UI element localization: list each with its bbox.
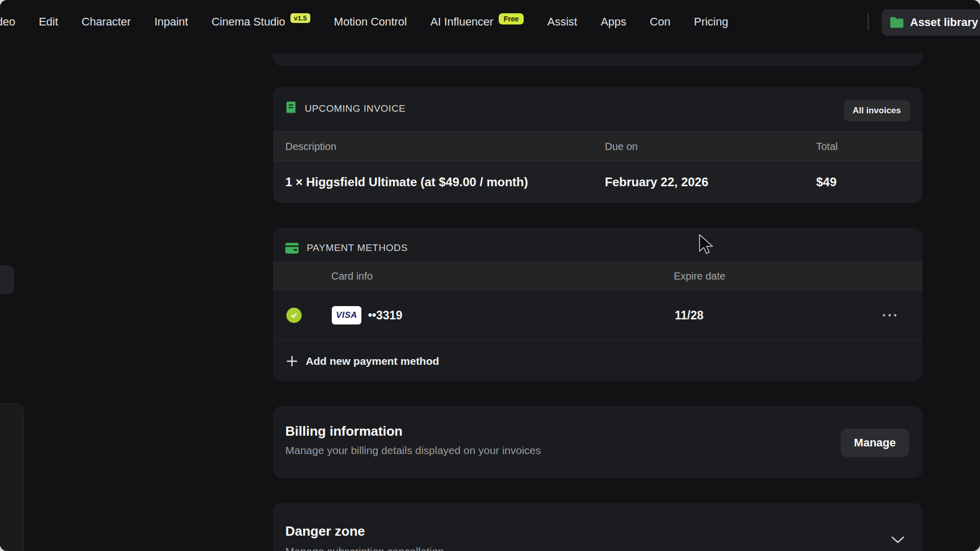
invoice-total: $49	[816, 161, 837, 203]
default-check-icon	[286, 308, 302, 323]
column-header-description: Description	[285, 132, 336, 161]
nav-item-apps[interactable]: Apps	[601, 15, 626, 29]
card-expire-date: 11/28	[675, 290, 703, 340]
nav-label: Con	[650, 15, 670, 29]
nav-label: Pricing	[694, 15, 728, 29]
visa-logo: VISA	[332, 306, 361, 324]
card-number: ••3319	[368, 290, 402, 340]
nav-label: Video	[0, 15, 15, 29]
wallet-icon	[285, 243, 299, 254]
nav-item-cinema-studio[interactable]: Cinema Studio v1.5	[211, 15, 310, 29]
all-invoices-button[interactable]: All invoices	[844, 100, 910, 121]
chevron-down-icon[interactable]	[888, 532, 908, 548]
upcoming-invoice-card: UPCOMING INVOICE All invoices Descriptio…	[273, 87, 922, 203]
folder-icon	[890, 16, 904, 29]
nav-label: Motion Control	[334, 15, 407, 29]
nav-item-community[interactable]: Con	[650, 15, 670, 29]
previous-card-edge	[273, 53, 922, 66]
nav-label: Edit	[39, 15, 58, 29]
nav-item-assist[interactable]: Assist	[547, 15, 577, 29]
nav-items: Video Edit Character Inpaint Cinema Stud…	[0, 15, 728, 29]
column-header-expire-date: Expire date	[674, 263, 725, 290]
asset-library-label: Asset library	[910, 16, 978, 29]
danger-zone-title: Danger zone	[285, 523, 910, 539]
nav-label: Character	[82, 15, 131, 29]
column-header-total: Total	[816, 132, 838, 161]
top-nav: Video Edit Character Inpaint Cinema Stud…	[0, 0, 980, 44]
danger-zone-subtitle: Manage subscription cancellation	[285, 545, 910, 551]
nav-label: Apps	[601, 15, 626, 29]
version-badge: v1.5	[290, 13, 310, 23]
invoice-row: 1 × Higgsfield Ultimate (at $49.00 / mon…	[273, 161, 922, 203]
side-panel-edge	[0, 403, 24, 551]
column-header-due-on: Due on	[605, 132, 638, 161]
invoice-due-date: February 22, 2026	[605, 161, 708, 203]
danger-zone-card: Danger zone Manage subscription cancella…	[273, 503, 922, 551]
nav-item-inpaint[interactable]: Inpaint	[154, 15, 188, 29]
free-badge: Free	[499, 13, 524, 24]
nav-item-video[interactable]: Video	[0, 15, 15, 29]
payment-methods-card: PAYMENT METHODS Card info Expire date VI…	[273, 228, 922, 381]
invoice-description: 1 × Higgsfield Ultimate (at $49.00 / mon…	[285, 161, 528, 203]
invoice-table-header: Description Due on Total	[273, 132, 922, 161]
nav-label: Assist	[547, 15, 577, 29]
nav-item-ai-influencer[interactable]: AI Influencer Free	[430, 15, 524, 29]
payment-methods-header: PAYMENT METHODS	[285, 242, 408, 254]
upcoming-invoice-header: UPCOMING INVOICE	[285, 102, 406, 115]
asset-library-button[interactable]: Asset library	[881, 9, 980, 36]
receipt-icon	[285, 102, 297, 115]
sidebar-handle[interactable]	[0, 265, 14, 294]
nav-item-motion-control[interactable]: Motion Control	[334, 15, 407, 29]
section-title: PAYMENT METHODS	[307, 242, 408, 254]
column-header-card-info: Card info	[331, 263, 373, 290]
nav-label: Inpaint	[154, 15, 188, 29]
card-options-button[interactable]	[878, 306, 901, 325]
payments-table-header: Card info Expire date	[273, 262, 922, 290]
section-title: UPCOMING INVOICE	[305, 103, 406, 114]
nav-item-pricing[interactable]: Pricing	[694, 15, 728, 29]
nav-label: Cinema Studio	[211, 15, 285, 29]
billing-information-subtitle: Manage your billing details displayed on…	[285, 444, 910, 457]
nav-divider	[868, 13, 869, 31]
nav-label: AI Influencer	[430, 15, 494, 29]
add-payment-method-button[interactable]: Add new payment method	[273, 340, 922, 381]
app-window: Video Edit Character Inpaint Cinema Stud…	[0, 0, 980, 551]
payment-method-row: VISA ••3319 11/28	[273, 290, 922, 340]
nav-item-character[interactable]: Character	[82, 15, 131, 29]
nav-item-edit[interactable]: Edit	[39, 15, 58, 29]
billing-information-card: Billing information Manage your billing …	[273, 406, 922, 478]
add-payment-method-label: Add new payment method	[306, 355, 439, 367]
plus-icon	[286, 356, 298, 367]
billing-information-title: Billing information	[285, 423, 910, 439]
manage-billing-button[interactable]: Manage	[841, 429, 909, 457]
